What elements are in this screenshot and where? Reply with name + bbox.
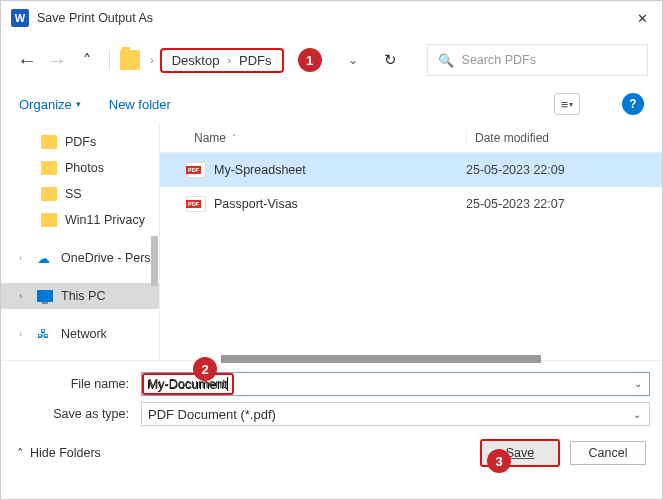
pdf-icon [186,196,206,212]
scrollbar[interactable] [221,355,541,363]
column-header: Name˄ Date modified [160,123,662,153]
chevron-right-icon: › [150,54,154,66]
file-row[interactable]: My-Spreadsheet 25-05-2023 22:09 [160,153,662,187]
breadcrumb-part[interactable]: Desktop [172,53,220,68]
sidebar-item-ss[interactable]: SS [1,181,159,207]
sidebar-item-thispc[interactable]: ›This PC [1,283,159,309]
folder-icon [120,50,140,70]
refresh-icon[interactable]: ↻ [384,51,397,69]
command-toolbar: Organize▾ New folder ≡ ▾ ? [1,85,662,123]
savetype-combo[interactable]: PDF Document (*.pdf) ⌄ [141,402,650,426]
sort-icon: ˄ [232,133,236,142]
organize-button[interactable]: Organize▾ [19,97,81,112]
nav-toolbar: ← → ˄ › Desktop › PDFs 1 ⌄ ↻ 🔍 Search PD… [1,35,662,85]
navigation-tree: PDFs Photos SS Win11 Privacy ›☁OneDrive … [1,123,159,360]
chevron-icon: › [227,54,231,66]
file-row[interactable]: Passport-Visas 25-05-2023 22:07 [160,187,662,221]
callout-3: 3 [487,449,511,473]
savetype-label: Save as type: [13,407,133,421]
callout-2: 2 [193,357,217,381]
window-title: Save Print Output As [37,11,632,25]
sidebar-item-pdfs[interactable]: PDFs [1,129,159,155]
pdf-icon [186,162,206,178]
search-input[interactable]: 🔍 Search PDFs [427,44,648,76]
close-icon[interactable]: ✕ [632,11,652,26]
help-button[interactable]: ? [622,93,644,115]
chevron-up-icon: ˄ [17,446,24,461]
cancel-button[interactable]: Cancel [570,441,646,465]
file-date: 25-05-2023 22:07 [466,197,565,211]
sidebar-item-onedrive[interactable]: ›☁OneDrive - Perso [1,245,159,271]
chevron-down-icon[interactable]: ⌄ [348,53,358,67]
back-button[interactable]: ← [15,48,39,72]
sidebar-item-photos[interactable]: Photos [1,155,159,181]
file-name: My-Spreadsheet [214,163,466,177]
sidebar-item-network[interactable]: ›🖧Network [1,321,159,347]
breadcrumb[interactable]: Desktop › PDFs [160,48,284,73]
file-list: Name˄ Date modified My-Spreadsheet 25-05… [159,123,662,360]
file-name: Passport-Visas [214,197,466,211]
hide-folders-button[interactable]: ˄ Hide Folders [17,446,101,461]
column-name[interactable]: Name˄ [160,131,466,145]
sidebar-item-win11[interactable]: Win11 Privacy [1,207,159,233]
folder-icon [41,161,57,175]
word-app-icon: W [11,9,29,27]
network-icon: 🖧 [37,327,53,341]
chevron-icon: › [19,329,29,339]
new-folder-button[interactable]: New folder [109,97,171,112]
filename-input[interactable] [141,372,650,396]
search-icon: 🔍 [438,53,454,68]
search-placeholder: Search PDFs [462,53,536,67]
titlebar: W Save Print Output As ✕ [1,1,662,35]
divider [109,50,110,70]
breadcrumb-part[interactable]: PDFs [239,53,272,68]
chevron-down-icon: ⌄ [633,409,641,420]
cloud-icon: ☁ [37,251,53,265]
chevron-icon: › [19,253,29,263]
file-date: 25-05-2023 22:09 [466,163,565,177]
view-options-button[interactable]: ≡ ▾ [554,93,580,115]
column-date[interactable]: Date modified [466,131,662,145]
filename-label: File name: [13,377,133,391]
up-button[interactable]: ˄ [75,48,99,72]
folder-icon [41,135,57,149]
chevron-down-icon[interactable]: ⌄ [634,378,642,389]
folder-icon [41,213,57,227]
chevron-icon: › [19,291,29,301]
forward-button[interactable]: → [45,48,69,72]
pc-icon [37,290,53,302]
folder-icon [41,187,57,201]
scrollbar[interactable] [151,236,158,286]
callout-1: 1 [298,48,322,72]
